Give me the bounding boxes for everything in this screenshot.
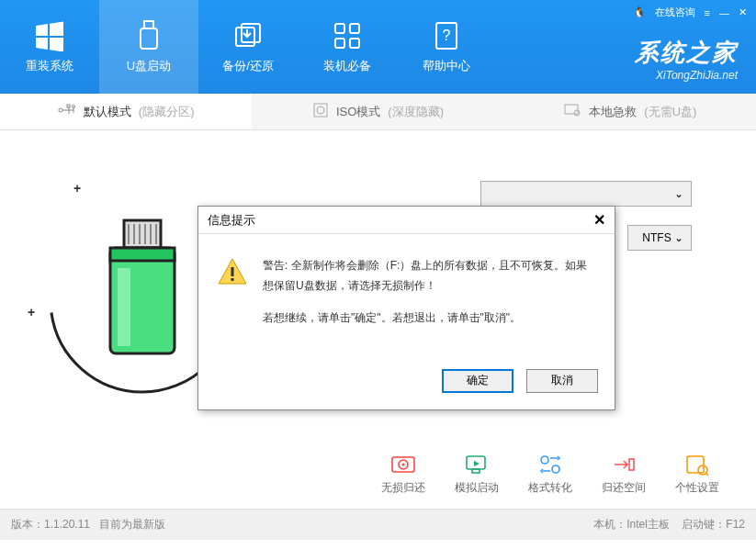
svg-rect-0 <box>144 21 153 28</box>
subtabs: 默认模式 (隐藏分区) ISO模式 (深度隐藏) 本地急救 (无需U盘) <box>0 94 756 130</box>
minimize-icon[interactable]: — <box>719 7 729 18</box>
chevron-down-icon: ⌄ <box>674 231 683 244</box>
svg-rect-15 <box>565 105 578 114</box>
subtab-label: ISO模式 <box>336 104 380 120</box>
bootkey-text: 启动键：F12 <box>682 518 745 531</box>
nav-backup[interactable]: 备份/还原 <box>198 0 298 94</box>
svg-rect-7 <box>350 39 359 48</box>
modal-instruction-line: 若想继续，请单击"确定"。若想退出，请单击"取消"。 <box>263 308 596 329</box>
action-label: 无损归还 <box>381 480 425 496</box>
usb-mode-icon <box>58 103 76 120</box>
lossless-icon <box>390 454 416 476</box>
device-dropdown[interactable]: ⌄ <box>480 181 692 207</box>
close-icon[interactable]: ✕ <box>739 6 747 18</box>
svg-point-14 <box>317 106 324 114</box>
svg-rect-35 <box>629 459 634 470</box>
svg-rect-5 <box>350 24 359 33</box>
titlebar: 🐧 在线咨询 ≡ — ✕ <box>633 6 747 19</box>
action-lossless[interactable]: 无损归还 <box>381 454 425 496</box>
modal-warning-line: 警告: 全新制作将会删除（F:）盘上的所有数据，且不可恢复。如果想保留U盘数据，… <box>263 256 596 296</box>
subtab-label: 本地急救 <box>589 104 637 120</box>
subtab-iso[interactable]: ISO模式 (深度隐藏) <box>252 94 503 129</box>
svg-point-11 <box>72 106 74 108</box>
fs-dropdown[interactable]: NTFS ⌄ <box>627 225 692 251</box>
action-label: 个性设置 <box>675 480 719 496</box>
cancel-button[interactable]: 取消 <box>526 369 598 393</box>
board-text: 本机：Intel主板 <box>593 518 670 531</box>
warning-icon <box>217 256 248 287</box>
nav-label: 帮助中心 <box>423 58 470 74</box>
version-text: 版本：1.1.20.11 <box>11 518 90 531</box>
nav-help[interactable]: ? 帮助中心 <box>397 0 496 94</box>
nav-tabs: 重装系统 U盘启动 备份/还原 装机必备 ? 帮助中心 <box>0 0 496 94</box>
svg-rect-27 <box>118 268 130 346</box>
action-settings[interactable]: 个性设置 <box>675 454 719 496</box>
svg-rect-13 <box>314 104 327 117</box>
footer-left: 版本：1.1.20.11 目前为最新版 <box>11 517 165 532</box>
subtab-local[interactable]: 本地急救 (无需U盘) <box>504 94 756 129</box>
svg-rect-26 <box>110 248 175 261</box>
svg-rect-39 <box>231 278 234 281</box>
ok-button[interactable]: 确定 <box>442 369 513 393</box>
svg-point-34 <box>552 465 559 473</box>
action-format[interactable]: 格式转化 <box>528 454 572 496</box>
plus-decoration: + <box>73 181 81 196</box>
status-text: 目前为最新版 <box>99 518 165 531</box>
modal-text: 警告: 全新制作将会删除（F:）盘上的所有数据，且不可恢复。如果想保留U盘数据，… <box>263 256 596 342</box>
iso-icon <box>312 102 329 121</box>
modal-close-icon[interactable]: ✕ <box>593 211 605 229</box>
svg-point-30 <box>402 464 405 466</box>
modal-footer: 确定 取消 <box>198 360 615 409</box>
svg-rect-6 <box>335 39 344 48</box>
chevron-down-icon: ⌄ <box>674 187 683 200</box>
svg-rect-32 <box>472 469 480 473</box>
penguin-icon: 🐧 <box>633 6 646 18</box>
apps-icon <box>331 19 364 52</box>
footer-right: 本机：Intel主板 启动键：F12 <box>593 517 745 532</box>
action-return[interactable]: 归还空间 <box>602 454 646 496</box>
nav-label: 装机必备 <box>323 58 371 74</box>
brand: 系统之家 XiTongZhiJia.net <box>635 37 738 82</box>
action-simulate[interactable]: 模拟启动 <box>455 454 499 496</box>
svg-point-10 <box>59 108 62 112</box>
windows-icon <box>33 19 66 52</box>
backup-icon <box>231 19 265 52</box>
return-icon <box>611 454 637 476</box>
consult-link[interactable]: 在线咨询 <box>655 6 695 19</box>
actions-row: 无损归还 模拟启动 格式转化 归还空间 个性设置 <box>381 454 719 496</box>
fs-value: NTFS <box>642 231 671 244</box>
brand-main: 系统之家 <box>635 37 738 69</box>
nav-label: 重装系统 <box>26 58 73 74</box>
action-label: 归还空间 <box>602 480 646 496</box>
nav-label: 备份/还原 <box>222 58 274 74</box>
action-label: 模拟启动 <box>455 480 499 496</box>
nav-tools[interactable]: 装机必备 <box>298 0 397 94</box>
svg-text:?: ? <box>443 28 451 43</box>
subtab-hint: (无需U盘) <box>644 104 696 120</box>
svg-rect-12 <box>67 105 70 107</box>
usb-icon <box>132 19 165 52</box>
plus-decoration: + <box>28 305 35 319</box>
modal-title-text: 信息提示 <box>208 212 255 229</box>
subtab-hint: (深度隐藏) <box>388 104 444 120</box>
nav-label: U盘启动 <box>127 58 171 74</box>
help-icon: ? <box>430 19 463 52</box>
local-icon <box>563 103 581 120</box>
subtab-label: 默认模式 <box>84 104 131 120</box>
svg-rect-36 <box>687 456 704 473</box>
svg-rect-1 <box>141 28 157 49</box>
modal-dialog: 信息提示 ✕ 警告: 全新制作将会删除（F:）盘上的所有数据，且不可恢复。如果想… <box>197 206 615 410</box>
format-icon <box>537 454 563 476</box>
settings-icon <box>684 454 710 476</box>
action-label: 格式转化 <box>528 480 572 496</box>
subtab-hint: (隐藏分区) <box>139 104 195 120</box>
nav-usb[interactable]: U盘启动 <box>99 0 198 94</box>
simulate-icon <box>464 454 490 476</box>
svg-point-33 <box>541 456 548 464</box>
modal-titlebar: 信息提示 ✕ <box>198 207 615 234</box>
svg-rect-4 <box>335 24 344 33</box>
subtab-default[interactable]: 默认模式 (隐藏分区) <box>0 94 252 129</box>
menu-icon[interactable]: ≡ <box>705 7 710 18</box>
svg-point-16 <box>574 110 580 116</box>
nav-reinstall[interactable]: 重装系统 <box>0 0 99 94</box>
